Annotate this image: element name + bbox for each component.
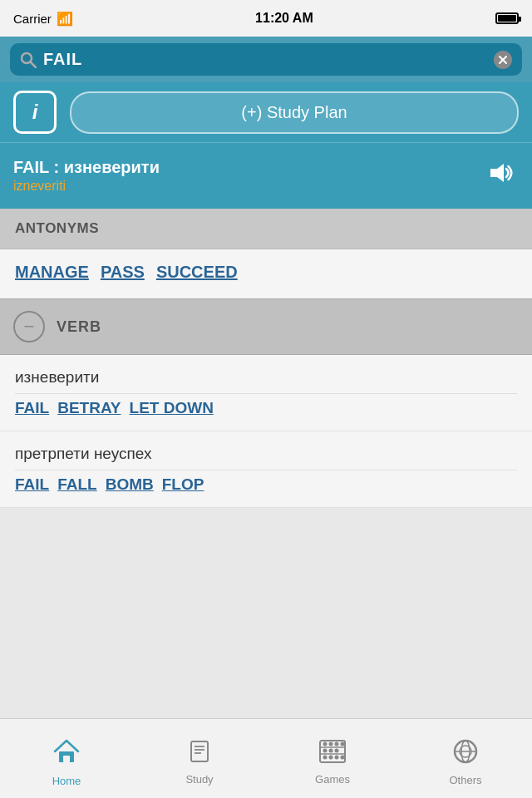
games-icon xyxy=(318,739,347,770)
definitions-container: изневерити FAIL BETRAY LET DOWN претрпет… xyxy=(0,355,532,508)
svg-point-22 xyxy=(329,755,333,759)
svg-point-18 xyxy=(323,748,328,752)
study-icon xyxy=(187,739,212,770)
battery-icon xyxy=(495,12,519,24)
clear-search-button[interactable] xyxy=(494,51,512,69)
svg-rect-7 xyxy=(191,741,208,761)
antonym-pass[interactable]: PASS xyxy=(101,263,145,282)
antonym-words-container: MANAGE PASS SUCCEED xyxy=(0,249,532,298)
definition-words-2: FAIL FALL BOMB FLOP xyxy=(15,470,517,494)
tab-games[interactable]: Games xyxy=(266,719,399,798)
tab-home[interactable]: Home xyxy=(0,719,133,798)
verb-section-header: − VERB xyxy=(0,298,532,355)
svg-marker-4 xyxy=(490,164,504,182)
svg-point-23 xyxy=(335,755,339,759)
status-bar: Carrier 📶 11:20 AM xyxy=(0,0,532,37)
svg-point-16 xyxy=(335,741,339,746)
tab-study[interactable]: Study xyxy=(133,719,266,798)
def2-word-fail[interactable]: FAIL xyxy=(15,475,49,494)
definition-text-1: изневерити xyxy=(15,368,517,387)
definition-words-1: FAIL BETRAY LET DOWN xyxy=(15,393,517,417)
search-value: FAIL xyxy=(43,50,487,69)
home-icon xyxy=(52,737,81,771)
svg-point-15 xyxy=(329,741,333,746)
study-plan-button[interactable]: (+) Study Plan xyxy=(70,91,519,134)
word-title: FAIL : изневерити xyxy=(13,158,482,177)
tab-others-label: Others xyxy=(449,774,481,786)
verb-label: VERB xyxy=(57,318,101,336)
antonym-succeed[interactable]: SUCCEED xyxy=(156,263,238,282)
definition-text-2: претрпети неуспех xyxy=(15,445,517,463)
word-transliteration: izneveriti xyxy=(13,179,482,194)
search-icon xyxy=(20,52,37,68)
antonym-manage[interactable]: MANAGE xyxy=(15,263,89,282)
svg-point-14 xyxy=(323,741,328,746)
tab-others[interactable]: Others xyxy=(399,719,532,798)
svg-point-21 xyxy=(323,755,328,759)
tab-bar: Home Study xyxy=(0,718,532,798)
search-input-container[interactable]: FAIL xyxy=(10,43,522,76)
def2-word-bomb[interactable]: BOMB xyxy=(106,475,154,494)
svg-rect-6 xyxy=(63,756,70,762)
definition-block-1: изневерити FAIL BETRAY LET DOWN xyxy=(0,355,532,431)
def1-word-letdown[interactable]: LET DOWN xyxy=(130,399,214,417)
carrier-label: Carrier 📶 xyxy=(13,11,73,27)
def1-word-betray[interactable]: BETRAY xyxy=(57,399,121,417)
def2-word-flop[interactable]: FLOP xyxy=(162,475,204,494)
time-display: 11:20 AM xyxy=(255,11,313,26)
def1-word-fail[interactable]: FAIL xyxy=(15,399,49,417)
battery-area xyxy=(495,12,519,24)
action-bar: i (+) Study Plan xyxy=(0,82,532,142)
def2-word-fall[interactable]: FALL xyxy=(57,475,97,494)
svg-line-1 xyxy=(31,62,36,67)
antonyms-section: ANTONYMS xyxy=(0,209,532,249)
tab-study-label: Study xyxy=(185,773,213,786)
search-bar: FAIL xyxy=(0,37,532,82)
definition-block-2: претрпети неуспех FAIL FALL BOMB FLOP xyxy=(0,431,532,508)
others-icon xyxy=(452,738,479,771)
tab-games-label: Games xyxy=(315,773,350,786)
antonyms-title: ANTONYMS xyxy=(15,220,517,237)
svg-point-17 xyxy=(341,741,345,746)
speaker-button[interactable] xyxy=(482,155,519,197)
word-header: FAIL : изневерити izneveriti xyxy=(0,142,532,209)
wifi-icon: 📶 xyxy=(57,11,73,27)
word-info: FAIL : изневерити izneveriti xyxy=(13,158,482,194)
collapse-verb-button[interactable]: − xyxy=(13,311,45,342)
tab-home-label: Home xyxy=(52,775,81,787)
info-button[interactable]: i xyxy=(13,91,57,134)
svg-point-24 xyxy=(341,755,345,759)
svg-point-19 xyxy=(329,748,333,752)
svg-point-20 xyxy=(335,748,339,752)
